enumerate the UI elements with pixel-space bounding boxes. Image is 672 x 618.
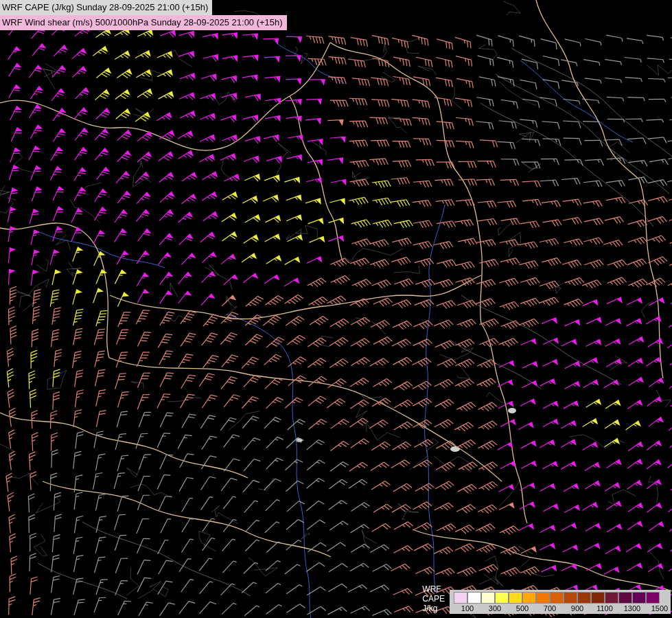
legend-tick-value: 700 [536, 604, 564, 613]
legend-tick-value: 300 [481, 604, 509, 613]
legend-swatch [618, 592, 632, 604]
legend-tick-value: 1300 [618, 604, 646, 613]
legend-swatch [605, 592, 618, 604]
legend-swatch [550, 592, 564, 604]
legend-tick-value: 1100 [591, 604, 618, 613]
legend-swatch [536, 592, 550, 604]
legend-unit-label: J/kg [422, 604, 445, 613]
legend-swatch [646, 592, 660, 604]
legend-tick-row: 100300500700900110013001500 [454, 604, 660, 613]
legend-model-label: WRF [422, 584, 445, 594]
legend-swatch [564, 592, 577, 604]
legend-swatch [454, 592, 467, 604]
legend-swatch [522, 592, 536, 604]
legend-tick-value: 500 [509, 604, 536, 613]
map-titles: WRF CAPE (J/kg) Sunday 28-09-2025 21:00 … [0, 0, 287, 30]
legend-swatch [632, 592, 646, 604]
legend-swatch [495, 592, 509, 604]
legend-tick-value: 100 [454, 604, 481, 613]
map-canvas [0, 0, 672, 618]
legend-tick-value: 900 [564, 604, 591, 613]
legend-swatch [591, 592, 605, 604]
legend-swatch-row [454, 592, 660, 604]
legend-color-scale: 100300500700900110013001500 [450, 590, 671, 614]
weather-map: WRF CAPE (J/kg) Sunday 28-09-2025 21:00 … [0, 0, 672, 618]
legend-swatch [467, 592, 481, 604]
map-title-wind-shear: WRF Wind shear (m/s) 500/1000hPa Sunday … [0, 15, 287, 30]
map-title-cape: WRF CAPE (J/kg) Sunday 28-09-2025 21:00 … [0, 0, 212, 15]
legend-swatch [481, 592, 495, 604]
legend-variable-label: CAPE [422, 594, 445, 604]
legend-labels: WRF CAPE J/kg [422, 584, 445, 614]
legend-swatch [509, 592, 522, 604]
legend-swatch [577, 592, 591, 604]
cape-legend: WRF CAPE J/kg 10030050070090011001300150… [422, 584, 671, 614]
legend-tick-value: 1500 [646, 604, 672, 613]
